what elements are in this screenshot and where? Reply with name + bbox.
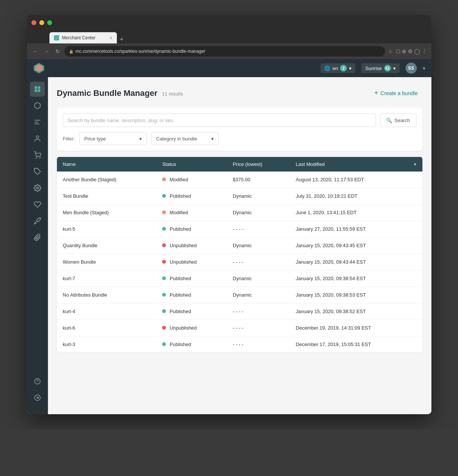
sidebar-item-wishlist[interactable]	[30, 197, 45, 212]
table-row[interactable]: kurt-3 Published - - - - December 17, 20…	[57, 336, 422, 353]
filter-row: Filter: Price type ▾ Category in bundle …	[63, 132, 416, 145]
col-header-status[interactable]: Status	[156, 157, 227, 172]
table-row[interactable]: kurt-7 Published Dynamic January 15, 202…	[57, 270, 422, 287]
category-filter[interactable]: Category in bundle ▾	[151, 132, 219, 145]
sidebar-item-attachments[interactable]	[30, 230, 45, 245]
new-tab-button[interactable]: +	[117, 36, 127, 43]
status-label: Published	[170, 193, 191, 199]
status-dot	[162, 293, 166, 297]
table-row[interactable]: kurt-4 Published - - - - January 15, 202…	[57, 303, 422, 320]
url-text: mc.commercetools.co/sparkles-sunrise/dyn…	[76, 49, 206, 54]
project-name: Sunrise	[365, 66, 382, 71]
traffic-light-yellow[interactable]	[39, 20, 44, 25]
svg-rect-4	[34, 90, 37, 92]
sidebar-item-forward[interactable]	[30, 390, 45, 405]
cell-name: kurt-6	[57, 320, 157, 336]
svg-point-9	[36, 136, 39, 139]
sidebar-item-categories[interactable]	[30, 115, 45, 130]
search-input-wrap[interactable]	[63, 113, 376, 127]
reload-button[interactable]: ↻	[54, 47, 61, 56]
search-input[interactable]	[68, 118, 371, 123]
cell-price: - - - -	[227, 221, 290, 237]
traffic-light-green[interactable]	[47, 20, 52, 25]
project-selector[interactable]: Sunrise 41 ▾	[361, 63, 399, 73]
svg-point-13	[36, 187, 38, 189]
price-type-filter[interactable]: Price type ▾	[79, 132, 147, 145]
col-header-last-modified[interactable]: Last Modified ▾	[290, 157, 422, 172]
sidebar-item-products[interactable]	[30, 98, 45, 113]
svg-rect-2	[34, 87, 37, 89]
cell-last-modified: August 13, 2020, 11:17:53 EDT	[290, 172, 422, 188]
globe-icon: 🌐	[324, 66, 330, 71]
status-dot	[162, 194, 166, 198]
search-icon: 🔍	[386, 118, 392, 123]
ext-icon-2[interactable]: ⊕	[402, 48, 406, 54]
table-row[interactable]: Another Bundle (Staged) Modified $375.00…	[57, 172, 422, 188]
svg-point-11	[39, 158, 40, 158]
status-dot	[162, 243, 166, 247]
cell-price: - - - -	[227, 336, 290, 353]
create-bundle-button[interactable]: + Create a bundle	[370, 86, 422, 100]
cell-name: No Attributes Bundle	[57, 287, 157, 303]
cell-name: Another Bundle (Staged)	[57, 172, 157, 188]
address-bar[interactable]: 🔒 mc.commercetools.co/sparkles-sunrise/d…	[64, 46, 385, 57]
search-button[interactable]: 🔍 Search	[380, 113, 416, 127]
table-row[interactable]: Women Bundle Unpublished - - - - January…	[57, 254, 422, 270]
profile-icon[interactable]: ◯	[414, 48, 420, 54]
cell-price: - - - -	[227, 303, 290, 320]
sidebar-item-help[interactable]	[30, 374, 45, 389]
tab-favicon	[54, 35, 59, 40]
cell-status: Modified	[156, 204, 227, 221]
status-label: Published	[170, 292, 191, 298]
cell-last-modified: January 15, 2020, 09:43:44 EST	[290, 254, 422, 270]
status-dot	[162, 342, 166, 346]
col-header-name[interactable]: Name	[57, 157, 157, 172]
status-label: Unpublished	[170, 325, 197, 331]
browser-tab[interactable]: Merchant Center ✕	[49, 32, 117, 43]
table-row[interactable]: Test Bundle Published Dynamic July 31, 2…	[57, 188, 422, 204]
table-row[interactable]: kurt-6 Unpublished - - - - December 19, …	[57, 320, 422, 336]
status-dot	[162, 178, 166, 181]
forward-button[interactable]: →	[43, 47, 51, 56]
table-row[interactable]: Men Bundle (Staged) Modified Dynamic Jun…	[57, 204, 422, 221]
table-row[interactable]: kurt-5 Published - - - - January 27, 202…	[57, 221, 422, 237]
table-row[interactable]: No Attributes Bundle Published Dynamic J…	[57, 287, 422, 303]
user-avatar[interactable]: SS	[406, 63, 417, 74]
status-dot	[162, 326, 166, 330]
lang-selector[interactable]: 🌐 en 2 ▾	[321, 63, 355, 73]
status-label: Modified	[170, 210, 188, 215]
cell-last-modified: July 31, 2020, 10:19:21 EDT	[290, 188, 422, 204]
ext-icon-1[interactable]: ⬡	[396, 48, 400, 54]
sidebar-item-dashboard[interactable]	[30, 82, 45, 97]
col-header-price[interactable]: Price (lowest)	[227, 157, 290, 172]
status-dot	[162, 210, 166, 214]
cell-price: Dynamic	[227, 270, 290, 287]
sidebar-item-settings[interactable]	[30, 181, 45, 195]
results-count: 11 results	[162, 91, 183, 97]
cell-status: Published	[156, 270, 227, 287]
sidebar-item-orders[interactable]	[30, 148, 45, 163]
cell-name: kurt-5	[57, 221, 157, 237]
cell-last-modified: December 19, 2019, 14:31:09 EST	[290, 320, 422, 336]
status-dot	[162, 260, 166, 264]
traffic-light-red[interactable]	[31, 20, 36, 25]
sidebar-item-customers[interactable]	[30, 131, 45, 146]
svg-rect-3	[37, 87, 40, 89]
app-logo	[33, 62, 45, 74]
menu-icon[interactable]: ⋮	[422, 48, 427, 54]
status-label: Unpublished	[170, 259, 197, 265]
status-dot	[162, 227, 166, 231]
cell-price: - - - -	[227, 320, 290, 336]
bookmark-icon[interactable]: ☆	[388, 48, 393, 54]
tab-close-button[interactable]: ✕	[109, 36, 112, 40]
ext-icon-3[interactable]: ⚙	[408, 48, 413, 54]
sidebar-item-promotions[interactable]	[30, 164, 45, 179]
sidebar-item-deploy[interactable]	[30, 213, 45, 228]
table-row[interactable]: Quantity Bundle Unpublished Dynamic Janu…	[57, 237, 422, 254]
cell-last-modified: June 1, 2020, 13:41:15 EDT	[290, 204, 422, 221]
user-menu-chevron[interactable]: ▾	[423, 66, 425, 71]
cell-last-modified: December 17, 2019, 15:05:31 EST	[290, 336, 422, 353]
cell-status: Published	[156, 336, 227, 353]
back-button[interactable]: ←	[31, 47, 40, 56]
search-filter-area: 🔍 Search Filter: Price type ▾ Category i…	[57, 107, 422, 151]
